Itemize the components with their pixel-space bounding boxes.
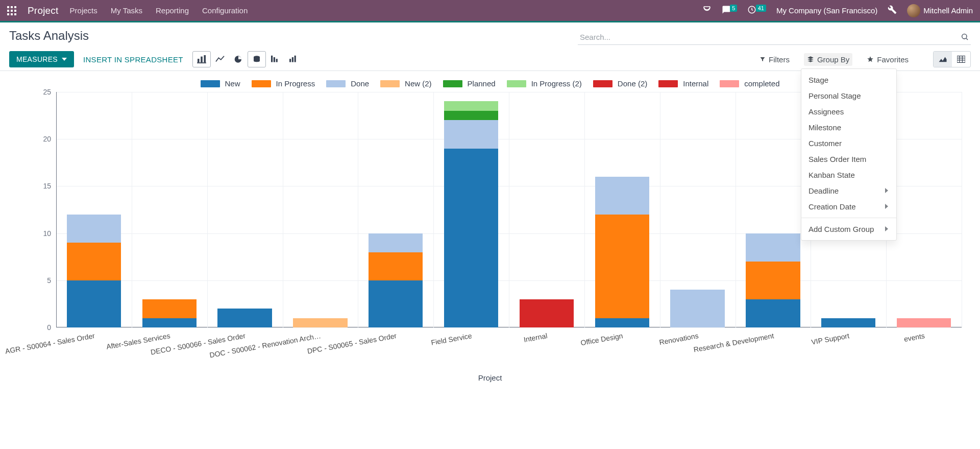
x-tick-label: events [903, 332, 925, 343]
bar-segment[interactable] [746, 233, 800, 262]
sort-asc-icon[interactable] [284, 51, 303, 67]
bar-segment[interactable] [595, 215, 649, 318]
group-by-option[interactable]: Assignees [801, 104, 896, 120]
group-by-button[interactable]: Group By StagePersonal StageAssigneesMil… [804, 53, 852, 66]
svg-rect-17 [271, 56, 273, 62]
bar-segment[interactable] [821, 318, 875, 327]
x-tick-label: AGR - S00064 - Sales Order [4, 332, 95, 356]
legend-item[interactable]: In Progress [252, 79, 315, 88]
bar-segment[interactable] [444, 111, 498, 120]
graph-view-icon[interactable] [934, 52, 952, 67]
svg-rect-23 [957, 56, 965, 63]
bar-segment[interactable] [142, 318, 197, 327]
bar-segment[interactable] [595, 177, 649, 215]
bar-segment[interactable] [444, 149, 498, 327]
svg-rect-0 [7, 6, 9, 8]
svg-point-10 [962, 34, 967, 39]
debug-icon[interactable] [888, 5, 897, 16]
svg-rect-2 [14, 6, 16, 8]
measures-label: MEASURES [16, 55, 58, 63]
search-input[interactable] [578, 30, 971, 45]
favorites-label: Favorites [877, 55, 909, 64]
legend-label: New [225, 79, 240, 88]
menu-my-tasks[interactable]: My Tasks [111, 6, 142, 15]
bar-segment[interactable] [369, 233, 423, 252]
legend-item[interactable]: Internal [658, 79, 708, 88]
legend-label: In Progress (2) [531, 79, 582, 88]
sort-desc-icon[interactable] [266, 51, 284, 67]
line-chart-icon[interactable] [211, 51, 229, 67]
messages-icon[interactable]: 5 [722, 5, 737, 16]
legend-item[interactable]: New (2) [380, 79, 432, 88]
bar [444, 92, 498, 327]
bar-segment[interactable] [67, 215, 121, 243]
svg-rect-3 [7, 10, 9, 12]
bar-segment[interactable] [293, 318, 347, 327]
group-by-option[interactable]: Customer [801, 135, 896, 151]
y-tick: 25 [26, 88, 51, 96]
insert-in-spreadsheet-button[interactable]: INSERT IN SPREADSHEET [83, 55, 183, 64]
search-icon[interactable] [961, 33, 969, 42]
group-by-dropdown: StagePersonal StageAssigneesMilestoneCus… [801, 68, 897, 241]
bar-segment[interactable] [444, 101, 498, 110]
bar-segment[interactable] [746, 262, 800, 299]
legend-item[interactable]: Done (2) [593, 79, 647, 88]
legend-label: Done [351, 79, 369, 88]
phone-icon[interactable] [702, 5, 712, 16]
group-by-option[interactable]: Stage [801, 72, 896, 88]
menu-projects[interactable]: Projects [70, 6, 97, 15]
legend-item[interactable]: In Progress (2) [507, 79, 582, 88]
bar-segment[interactable] [670, 290, 724, 327]
legend-item[interactable]: Planned [443, 79, 496, 88]
menu-configuration[interactable]: Configuration [202, 6, 248, 15]
app-brand[interactable]: Project [28, 5, 59, 16]
activities-icon[interactable]: 41 [747, 5, 766, 16]
y-tick: 5 [26, 276, 51, 285]
avatar [907, 4, 920, 17]
page-title: Tasks Analysis [9, 29, 89, 43]
topbar: Project Projects My Tasks Reporting Conf… [0, 0, 980, 22]
group-by-option[interactable]: Kanban State [801, 167, 896, 183]
legend-label: In Progress [276, 79, 315, 88]
apps-icon[interactable] [7, 6, 16, 15]
user-menu[interactable]: Mitchell Admin [907, 4, 973, 17]
search [578, 30, 971, 45]
measures-button[interactable]: MEASURES [9, 51, 74, 67]
svg-rect-13 [201, 57, 203, 63]
menu-reporting[interactable]: Reporting [156, 6, 189, 15]
company-switcher[interactable]: My Company (San Francisco) [776, 6, 877, 15]
group-by-option[interactable]: Sales Order Item [801, 151, 896, 167]
bar-segment[interactable] [369, 252, 423, 280]
group-by-option[interactable]: Personal Stage [801, 88, 896, 104]
bar-segment[interactable] [142, 299, 197, 318]
bar [369, 92, 423, 327]
bar-segment[interactable] [369, 280, 423, 327]
bar-segment[interactable] [67, 280, 121, 327]
bar-segment[interactable] [520, 299, 574, 327]
legend-item[interactable]: New [201, 79, 240, 88]
bar [142, 92, 197, 327]
group-by-option[interactable]: Milestone [801, 120, 896, 135]
bar-segment[interactable] [897, 318, 951, 327]
pie-chart-icon[interactable] [229, 51, 248, 67]
bar-segment[interactable] [746, 299, 800, 327]
legend-item[interactable]: Done [326, 79, 369, 88]
group-by-option[interactable]: Creation Date [801, 199, 896, 215]
pivot-view-icon[interactable] [952, 52, 970, 67]
legend-label: Internal [683, 79, 708, 88]
legend-item[interactable]: completed [720, 79, 779, 88]
bar-chart-icon[interactable] [192, 51, 211, 67]
bar [293, 92, 347, 327]
bar-segment[interactable] [595, 318, 649, 327]
y-tick: 10 [26, 229, 51, 238]
group-by-option[interactable]: Deadline [801, 183, 896, 199]
group-by-add-custom[interactable]: Add Custom Group [801, 221, 896, 237]
stacked-icon[interactable] [248, 51, 266, 67]
filters-button[interactable]: Filters [756, 53, 793, 66]
bar-segment[interactable] [444, 120, 498, 148]
bar-segment[interactable] [67, 243, 121, 280]
y-tick: 15 [26, 182, 51, 190]
bar-segment[interactable] [217, 309, 272, 327]
legend-label: Planned [468, 79, 496, 88]
favorites-button[interactable]: Favorites [864, 53, 912, 66]
